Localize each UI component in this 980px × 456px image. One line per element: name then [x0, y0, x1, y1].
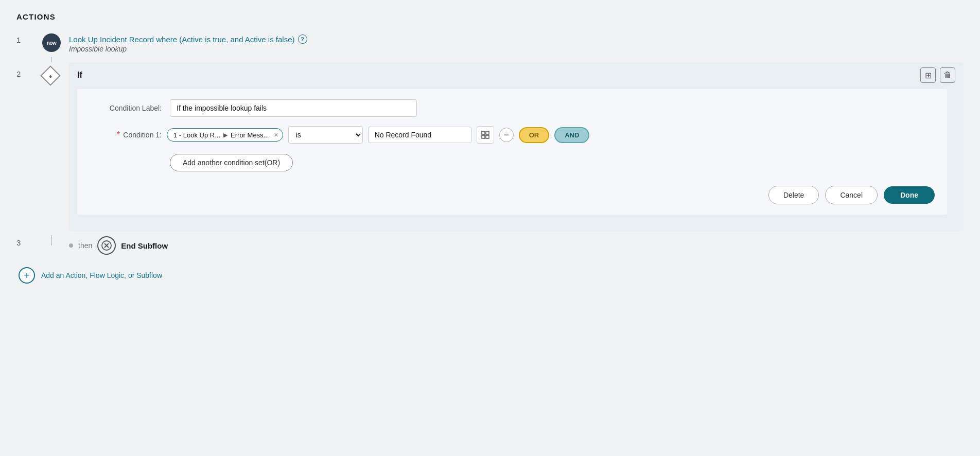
condition-label-row: Condition Label: [90, 99, 935, 117]
end-subflow-icon [97, 236, 116, 255]
pill-arrow: ▶ [223, 132, 227, 138]
step2-number: 2 [16, 62, 41, 78]
then-label: then [78, 241, 92, 250]
step3-row: 3 then End Subflow [16, 231, 964, 255]
condition1-row: * Condition 1: 1 - Look Up R... ▶ Error … [90, 126, 935, 144]
step1-row: 1 now Look Up Incident Record where (Act… [16, 30, 964, 57]
done-button[interactable]: Done [884, 186, 935, 204]
step1-step2-connector [51, 57, 52, 62]
diamond-shape: ⬧ [40, 65, 61, 86]
operator-select[interactable]: is is not contains does not contain [288, 126, 363, 144]
or-button[interactable]: OR [519, 127, 550, 143]
and-button[interactable]: AND [554, 127, 589, 143]
delete-step-button[interactable]: 🗑 [940, 67, 955, 83]
step1-sublabel: Impossible lookup [69, 45, 964, 57]
step2-row: 2 ⬧ If ⊞ 🗑 Conditi [16, 62, 964, 231]
pill-part1: 1 - Look Up R... [173, 131, 220, 139]
condition1-label-wrap: * Condition 1: [90, 130, 162, 139]
step2-toolbar: ⊞ 🗑 [920, 67, 955, 83]
svg-rect-1 [486, 131, 489, 134]
step1-content: Look Up Incident Record where (Active is… [69, 30, 964, 57]
step2-header: If ⊞ 🗑 [77, 67, 955, 83]
svg-rect-2 [482, 135, 485, 138]
footer-buttons: Delete Cancel Done [90, 186, 935, 204]
step2-main-col: If ⊞ 🗑 Condition Label: * C [69, 62, 964, 231]
svg-rect-3 [486, 135, 489, 138]
step3-content: then End Subflow [69, 235, 964, 255]
remove-condition-button[interactable]: − [499, 128, 514, 142]
step3-number: 3 [16, 231, 41, 247]
diamond-icon: ⬧ [41, 66, 60, 85]
step2-header-left: If [77, 71, 82, 80]
lookup-icon [481, 131, 489, 139]
add-action-row: + Add an Action, Flow Logic, or Subflow [16, 267, 964, 284]
condition-value-input[interactable] [368, 127, 471, 143]
step1-action-link[interactable]: Look Up Incident Record where (Active is… [69, 30, 307, 44]
if-block-body: Condition Label: * Condition 1: 1 - Look… [77, 89, 947, 215]
add-condition-set-button[interactable]: Add another condition set(OR) [170, 154, 293, 171]
help-icon[interactable]: ? [298, 34, 307, 44]
step3-body: then End Subflow [69, 231, 964, 255]
step2-title: If [77, 71, 82, 80]
step2-icon-area: ⬧ [41, 62, 62, 85]
add-step-button[interactable]: ⊞ [920, 67, 936, 83]
end-subflow-label: End Subflow [121, 241, 168, 250]
end-subflow-svg [101, 240, 112, 251]
condition-label-input[interactable] [170, 99, 417, 117]
dot-connector [69, 243, 73, 248]
svg-rect-0 [482, 131, 485, 134]
step1-action-label: Look Up Incident Record where (Active is… [69, 35, 295, 44]
pill-part2: Error Mess... [231, 131, 269, 139]
step3-connector-line [51, 235, 52, 245]
step3-icon-area [41, 231, 62, 245]
lookup-icon-button[interactable] [477, 126, 494, 144]
step1-number: 1 [16, 30, 41, 44]
condition1-label-text: Condition 1: [123, 131, 162, 139]
diamond-inner: ⬧ [48, 72, 52, 80]
now-icon: now [42, 33, 61, 52]
required-star: * [117, 130, 120, 139]
now-text: now [47, 40, 57, 46]
pill-close-icon[interactable]: × [274, 131, 278, 139]
step1-icon-area: now [41, 30, 62, 52]
condition-pill[interactable]: 1 - Look Up R... ▶ Error Mess... × [167, 128, 283, 142]
cancel-button[interactable]: Cancel [825, 186, 878, 204]
actions-title: ACTIONS [16, 12, 964, 21]
condition-label-text: Condition Label: [90, 104, 162, 112]
add-action-label[interactable]: Add an Action, Flow Logic, or Subflow [41, 271, 162, 279]
add-action-circle[interactable]: + [19, 267, 35, 284]
delete-button[interactable]: Delete [768, 186, 819, 204]
